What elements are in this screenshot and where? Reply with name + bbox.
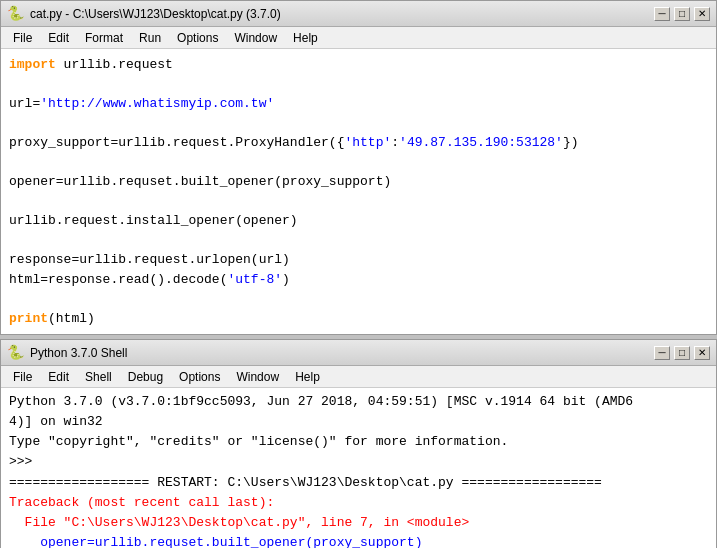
code-line-13 [9,289,708,309]
shell-output-area[interactable]: Python 3.7.0 (v3.7.0:1bf9cc5093, Jun 27 … [1,388,716,548]
shell-line-4: >>> [9,452,708,472]
editor-menu-options[interactable]: Options [169,29,226,47]
editor-menu-format[interactable]: Format [77,29,131,47]
shell-title-left: 🐍 Python 3.7.0 Shell [7,344,127,361]
shell-menu-window[interactable]: Window [228,368,287,386]
editor-code-area[interactable]: import urllib.request url='http://www.wh… [1,49,716,334]
editor-menu-file[interactable]: File [5,29,40,47]
editor-title-icon: 🐍 [7,5,24,22]
code-line-8 [9,192,708,212]
editor-title-controls: ─ □ ✕ [654,7,710,21]
shell-line-3: Type "copyright", "credits" or "license(… [9,432,708,452]
shell-menu-bar: File Edit Shell Debug Options Window Hel… [1,366,716,388]
editor-menu-edit[interactable]: Edit [40,29,77,47]
shell-menu-debug[interactable]: Debug [120,368,171,386]
editor-title-text: cat.py - C:\Users\WJ123\Desktop\cat.py (… [30,7,281,21]
shell-line-divider: ================== RESTART: C:\Users\WJ1… [9,473,708,493]
editor-menu-window[interactable]: Window [226,29,285,47]
editor-maximize-button[interactable]: □ [674,7,690,21]
shell-menu-file[interactable]: File [5,368,40,386]
editor-title-bar: 🐍 cat.py - C:\Users\WJ123\Desktop\cat.py… [1,1,716,27]
shell-line-file: File "C:\Users\WJ123\Desktop\cat.py", li… [9,513,708,533]
code-line-14: print(html) [9,309,708,329]
code-line-11: response=urllib.request.urlopen(url) [9,250,708,270]
editor-window: 🐍 cat.py - C:\Users\WJ123\Desktop\cat.py… [0,0,717,335]
code-line-10 [9,231,708,251]
shell-menu-options[interactable]: Options [171,368,228,386]
editor-minimize-button[interactable]: ─ [654,7,670,21]
shell-window: 🐍 Python 3.7.0 Shell ─ □ ✕ File Edit She… [0,339,717,548]
shell-menu-edit[interactable]: Edit [40,368,77,386]
shell-title-text: Python 3.7.0 Shell [30,346,127,360]
shell-minimize-button[interactable]: ─ [654,346,670,360]
shell-title-controls: ─ □ ✕ [654,346,710,360]
shell-menu-shell[interactable]: Shell [77,368,120,386]
code-line-2 [9,75,708,95]
code-line-3: url='http://www.whatismyip.com.tw' [9,94,708,114]
editor-menu-run[interactable]: Run [131,29,169,47]
editor-close-button[interactable]: ✕ [694,7,710,21]
shell-line-traceback: Traceback (most recent call last): [9,493,708,513]
code-line-1: import urllib.request [9,55,708,75]
shell-line-1: Python 3.7.0 (v3.7.0:1bf9cc5093, Jun 27 … [9,392,708,412]
shell-title-icon: 🐍 [7,344,24,361]
shell-maximize-button[interactable]: □ [674,346,690,360]
editor-menu-help[interactable]: Help [285,29,326,47]
shell-menu-help[interactable]: Help [287,368,328,386]
editor-title-left: 🐍 cat.py - C:\Users\WJ123\Desktop\cat.py… [7,5,281,22]
shell-line-2: 4)] on win32 [9,412,708,432]
code-line-12: html=response.read().decode('utf-8') [9,270,708,290]
shell-title-bar: 🐍 Python 3.7.0 Shell ─ □ ✕ [1,340,716,366]
code-line-6 [9,153,708,173]
shell-line-code: opener=urllib.requset.built_opener(proxy… [9,533,708,548]
code-line-5: proxy_support=urllib.request.ProxyHandle… [9,133,708,153]
code-line-7: opener=urllib.requset.built_opener(proxy… [9,172,708,192]
shell-close-button[interactable]: ✕ [694,346,710,360]
code-line-9: urllib.request.install_opener(opener) [9,211,708,231]
editor-menu-bar: File Edit Format Run Options Window Help [1,27,716,49]
code-line-4 [9,114,708,134]
